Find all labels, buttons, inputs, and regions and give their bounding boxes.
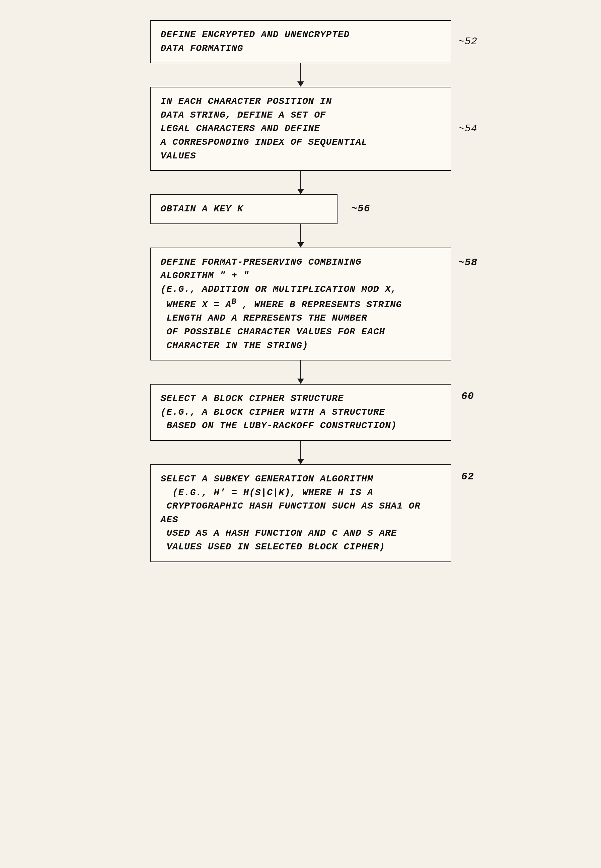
box-4-line3: (E.G., ADDITION OR MULTIPLICATION MOD X,	[161, 284, 397, 295]
arrow-head-2	[297, 189, 304, 194]
box-4: DEFINE FORMAT-PRESERVING COMBINING ALGOR…	[150, 248, 452, 361]
box-3-container: OBTAIN A KEY K ~56	[150, 194, 452, 224]
box-3-line1: OBTAIN A KEY K	[161, 204, 243, 214]
box-1-line2: DATA FORMATING	[161, 43, 243, 53]
arrow-head-1	[297, 81, 304, 87]
box-2-line1: IN EACH CHARACTER POSITION IN	[161, 96, 332, 107]
arrow-line-5	[300, 441, 301, 459]
arrow-5	[297, 441, 304, 464]
arrow-4	[297, 361, 304, 384]
box-4-line6: OF POSSIBLE CHARACTER VALUES FOR EACH	[161, 327, 385, 337]
arrow-3	[297, 224, 304, 248]
box-6-line4: USED AS A HASH FUNCTION AND C AND S ARE	[161, 528, 397, 538]
box-4-line1: DEFINE FORMAT-PRESERVING COMBINING	[161, 257, 362, 267]
arrow-head-3	[297, 242, 304, 248]
box-5: SELECT A BLOCK CIPHER STRUCTURE (E.G., A…	[150, 384, 452, 441]
box-2: IN EACH CHARACTER POSITION IN DATA STRIN…	[150, 87, 452, 171]
box-5-line2: (E.G., A BLOCK CIPHER WITH A STRUCTURE	[161, 407, 385, 417]
arrow-head-4	[297, 379, 304, 384]
arrow-line-2	[300, 171, 301, 189]
ref-52: ~52	[458, 35, 477, 49]
box-6-line2: (E.G., H' = H(S|C|K), WHERE H IS A	[161, 487, 373, 498]
arrow-head-5	[297, 459, 304, 464]
box-6-line3: CRYPTOGRAPHIC HASH FUNCTION SUCH AS SHA1…	[161, 501, 421, 525]
box-1-line1: DEFINE ENCRYPTED AND UNENCRYPTED	[161, 29, 350, 40]
box-6-line5: VALUES USED IN SELECTED BLOCK CIPHER)	[161, 542, 385, 552]
ref-62: 62	[461, 470, 474, 484]
box-3: OBTAIN A KEY K ~56	[150, 194, 337, 224]
box-2-line3: LEGAL CHARACTERS AND DEFINE	[161, 123, 320, 134]
ref-54: ~54	[458, 122, 477, 136]
box-4-line7: CHARACTER IN THE STRING)	[161, 340, 308, 351]
box-2-line2: DATA STRING, DEFINE A SET OF	[161, 110, 326, 120]
box-6: SELECT A SUBKEY GENERATION ALGORITHM (E.…	[150, 464, 452, 562]
arrow-line-4	[300, 361, 301, 379]
arrow-2	[297, 171, 304, 194]
arrow-line-1	[300, 63, 301, 81]
box-4-line5: LENGTH AND a REPRESENTS THE NUMBER	[161, 313, 368, 323]
ref-56: ~56	[351, 202, 370, 217]
flowchart: DEFINE ENCRYPTED AND UNENCRYPTED DATA FO…	[116, 20, 485, 562]
box-6-line1: SELECT A SUBKEY GENERATION ALGORITHM	[161, 474, 373, 484]
ref-60: 60	[461, 389, 474, 404]
ref-58: ~58	[458, 255, 477, 270]
arrow-line-3	[300, 224, 301, 242]
box-4-line2: ALGORITHM " + "	[161, 270, 249, 281]
box-5-line1: SELECT A BLOCK CIPHER STRUCTURE	[161, 393, 344, 404]
box-4-line4: WHERE X = ab , WHERE b REPRESENTS STRING	[161, 300, 402, 310]
box-5-line3: BASED ON THE LUBY-RACKOFF CONSTRUCTION)	[161, 420, 397, 431]
box-2-line5: VALUES	[161, 151, 196, 161]
arrow-1	[297, 63, 304, 87]
box-2-line4: A CORRESPONDING INDEX OF SEQUENTIAL	[161, 137, 368, 147]
box-1: DEFINE ENCRYPTED AND UNENCRYPTED DATA FO…	[150, 20, 452, 63]
